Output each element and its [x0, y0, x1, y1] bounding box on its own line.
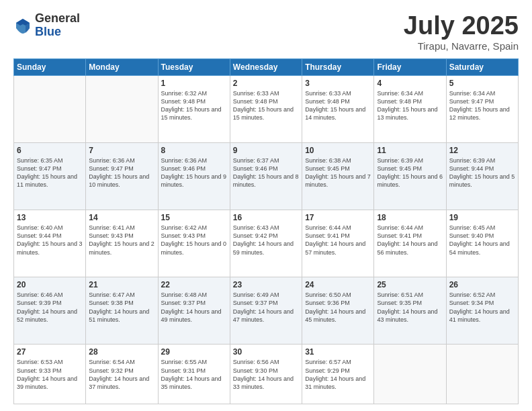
table-row: 22Sunrise: 6:48 AM Sunset: 9:37 PM Dayli…	[158, 277, 230, 345]
table-row: 19Sunrise: 6:45 AM Sunset: 9:40 PM Dayli…	[446, 210, 518, 277]
table-row: 16Sunrise: 6:43 AM Sunset: 9:42 PM Dayli…	[230, 210, 302, 277]
table-row: 24Sunrise: 6:50 AM Sunset: 9:36 PM Dayli…	[302, 277, 374, 345]
day-info: Sunrise: 6:36 AM Sunset: 9:46 PM Dayligh…	[161, 156, 227, 189]
table-row: 4Sunrise: 6:34 AM Sunset: 9:48 PM Daylig…	[374, 75, 446, 142]
day-number: 3	[305, 79, 371, 88]
day-info: Sunrise: 6:39 AM Sunset: 9:44 PM Dayligh…	[449, 156, 515, 189]
day-info: Sunrise: 6:34 AM Sunset: 9:47 PM Dayligh…	[449, 89, 515, 122]
day-number: 16	[233, 213, 299, 222]
day-info: Sunrise: 6:42 AM Sunset: 9:43 PM Dayligh…	[161, 224, 227, 257]
table-row: 6Sunrise: 6:35 AM Sunset: 9:47 PM Daylig…	[14, 142, 86, 210]
day-number: 7	[89, 146, 154, 155]
table-row: 25Sunrise: 6:51 AM Sunset: 9:35 PM Dayli…	[374, 277, 446, 345]
calendar-week-row: 27Sunrise: 6:53 AM Sunset: 9:33 PM Dayli…	[14, 345, 519, 404]
day-info: Sunrise: 6:54 AM Sunset: 9:32 PM Dayligh…	[89, 358, 154, 391]
table-row: 15Sunrise: 6:42 AM Sunset: 9:43 PM Dayli…	[158, 210, 230, 277]
day-number: 5	[449, 79, 515, 88]
day-info: Sunrise: 6:48 AM Sunset: 9:37 PM Dayligh…	[161, 291, 227, 324]
table-row: 11Sunrise: 6:39 AM Sunset: 9:45 PM Dayli…	[374, 142, 446, 210]
day-number: 8	[161, 146, 227, 155]
day-number: 21	[89, 280, 154, 289]
table-row: 9Sunrise: 6:37 AM Sunset: 9:46 PM Daylig…	[230, 142, 302, 210]
table-row: 2Sunrise: 6:33 AM Sunset: 9:48 PM Daylig…	[230, 75, 302, 142]
day-info: Sunrise: 6:43 AM Sunset: 9:42 PM Dayligh…	[233, 224, 299, 257]
th-thursday: Thursday	[302, 58, 374, 75]
table-row: 27Sunrise: 6:53 AM Sunset: 9:33 PM Dayli…	[14, 345, 86, 404]
day-info: Sunrise: 6:51 AM Sunset: 9:35 PM Dayligh…	[377, 291, 443, 324]
th-wednesday: Wednesday	[230, 58, 302, 75]
th-sunday: Sunday	[14, 58, 86, 75]
table-row: 23Sunrise: 6:49 AM Sunset: 9:37 PM Dayli…	[230, 277, 302, 345]
day-number: 9	[233, 146, 299, 155]
table-row: 10Sunrise: 6:38 AM Sunset: 9:45 PM Dayli…	[302, 142, 374, 210]
logo-blue: Blue	[35, 26, 80, 39]
table-row: 17Sunrise: 6:44 AM Sunset: 9:41 PM Dayli…	[302, 210, 374, 277]
day-number: 28	[89, 347, 154, 357]
table-row: 12Sunrise: 6:39 AM Sunset: 9:44 PM Dayli…	[446, 142, 518, 210]
day-info: Sunrise: 6:49 AM Sunset: 9:37 PM Dayligh…	[233, 291, 299, 324]
day-info: Sunrise: 6:33 AM Sunset: 9:48 PM Dayligh…	[305, 89, 371, 122]
day-number: 15	[161, 213, 227, 222]
day-number: 30	[233, 347, 299, 357]
day-info: Sunrise: 6:44 AM Sunset: 9:41 PM Dayligh…	[377, 224, 443, 257]
day-info: Sunrise: 6:50 AM Sunset: 9:36 PM Dayligh…	[305, 291, 371, 324]
calendar-week-row: 20Sunrise: 6:46 AM Sunset: 9:39 PM Dayli…	[14, 277, 519, 345]
table-row: 30Sunrise: 6:56 AM Sunset: 9:30 PM Dayli…	[230, 345, 302, 404]
table-row: 1Sunrise: 6:32 AM Sunset: 9:48 PM Daylig…	[158, 75, 230, 142]
calendar-table: Sunday Monday Tuesday Wednesday Thursday…	[13, 58, 519, 404]
calendar-week-row: 1Sunrise: 6:32 AM Sunset: 9:48 PM Daylig…	[14, 75, 519, 142]
day-number: 11	[377, 146, 443, 155]
table-row: 20Sunrise: 6:46 AM Sunset: 9:39 PM Dayli…	[14, 277, 86, 345]
day-info: Sunrise: 6:57 AM Sunset: 9:29 PM Dayligh…	[305, 358, 371, 391]
day-number: 10	[305, 146, 371, 155]
day-number: 1	[161, 79, 227, 88]
logo: General Blue	[13, 12, 80, 39]
th-friday: Friday	[374, 58, 446, 75]
day-number: 18	[377, 213, 443, 222]
header: General Blue July 2025 Tirapu, Navarre, …	[13, 12, 519, 52]
day-number: 12	[449, 146, 515, 155]
day-info: Sunrise: 6:41 AM Sunset: 9:43 PM Dayligh…	[89, 224, 154, 257]
table-row: 3Sunrise: 6:33 AM Sunset: 9:48 PM Daylig…	[302, 75, 374, 142]
day-info: Sunrise: 6:37 AM Sunset: 9:46 PM Dayligh…	[233, 156, 299, 189]
th-tuesday: Tuesday	[158, 58, 230, 75]
day-number: 29	[161, 347, 227, 357]
day-info: Sunrise: 6:36 AM Sunset: 9:47 PM Dayligh…	[89, 156, 154, 189]
day-number: 22	[161, 280, 227, 289]
table-row: 18Sunrise: 6:44 AM Sunset: 9:41 PM Dayli…	[374, 210, 446, 277]
day-info: Sunrise: 6:40 AM Sunset: 9:44 PM Dayligh…	[17, 224, 83, 257]
table-row: 28Sunrise: 6:54 AM Sunset: 9:32 PM Dayli…	[86, 345, 158, 404]
day-number: 4	[377, 79, 443, 88]
day-info: Sunrise: 6:39 AM Sunset: 9:45 PM Dayligh…	[377, 156, 443, 189]
table-row: 14Sunrise: 6:41 AM Sunset: 9:43 PM Dayli…	[86, 210, 158, 277]
page: General Blue July 2025 Tirapu, Navarre, …	[0, 0, 532, 411]
day-info: Sunrise: 6:46 AM Sunset: 9:39 PM Dayligh…	[17, 291, 83, 324]
day-info: Sunrise: 6:35 AM Sunset: 9:47 PM Dayligh…	[17, 156, 83, 189]
day-number: 13	[17, 213, 83, 222]
table-row: 5Sunrise: 6:34 AM Sunset: 9:47 PM Daylig…	[446, 75, 518, 142]
day-info: Sunrise: 6:38 AM Sunset: 9:45 PM Dayligh…	[305, 156, 371, 189]
table-row: 26Sunrise: 6:52 AM Sunset: 9:34 PM Dayli…	[446, 277, 518, 345]
day-number: 24	[305, 280, 371, 289]
day-info: Sunrise: 6:55 AM Sunset: 9:31 PM Dayligh…	[161, 358, 227, 391]
logo-text: General Blue	[35, 12, 80, 39]
day-number: 14	[89, 213, 154, 222]
table-row	[374, 345, 446, 404]
day-number: 31	[305, 347, 371, 357]
day-number: 2	[233, 79, 299, 88]
day-info: Sunrise: 6:53 AM Sunset: 9:33 PM Dayligh…	[17, 358, 83, 391]
day-info: Sunrise: 6:47 AM Sunset: 9:38 PM Dayligh…	[89, 291, 154, 324]
day-info: Sunrise: 6:45 AM Sunset: 9:40 PM Dayligh…	[449, 224, 515, 257]
day-info: Sunrise: 6:34 AM Sunset: 9:48 PM Dayligh…	[377, 89, 443, 122]
table-row: 29Sunrise: 6:55 AM Sunset: 9:31 PM Dayli…	[158, 345, 230, 404]
table-row: 7Sunrise: 6:36 AM Sunset: 9:47 PM Daylig…	[86, 142, 158, 210]
day-info: Sunrise: 6:56 AM Sunset: 9:30 PM Dayligh…	[233, 358, 299, 391]
table-row	[86, 75, 158, 142]
day-info: Sunrise: 6:32 AM Sunset: 9:48 PM Dayligh…	[161, 89, 227, 122]
calendar-week-row: 6Sunrise: 6:35 AM Sunset: 9:47 PM Daylig…	[14, 142, 519, 210]
day-number: 25	[377, 280, 443, 289]
table-row: 8Sunrise: 6:36 AM Sunset: 9:46 PM Daylig…	[158, 142, 230, 210]
day-info: Sunrise: 6:33 AM Sunset: 9:48 PM Dayligh…	[233, 89, 299, 122]
day-number: 27	[17, 347, 83, 357]
table-row: 21Sunrise: 6:47 AM Sunset: 9:38 PM Dayli…	[86, 277, 158, 345]
